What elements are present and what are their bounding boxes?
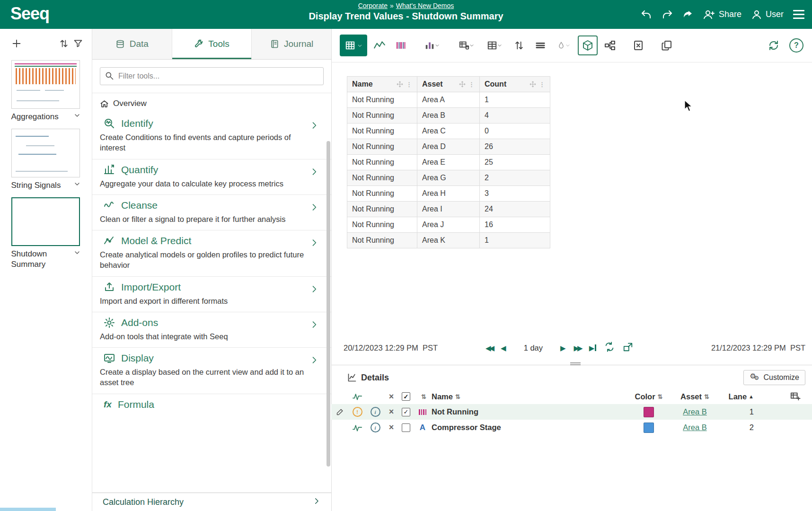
info-icon[interactable]: i [371, 423, 380, 432]
tool-item-import-export[interactable]: Import/Export Import and export in diffe… [92, 277, 331, 312]
share-button[interactable]: Share [703, 9, 741, 20]
details-column-color[interactable]: Color [635, 392, 655, 401]
add-worksheet-button[interactable] [9, 36, 24, 51]
cell-asset: Area H [417, 186, 480, 202]
asset-view-button[interactable] [578, 35, 598, 55]
help-button[interactable]: ? [789, 38, 803, 53]
chevron-down-icon[interactable] [73, 112, 81, 122]
column-menu-icon[interactable]: ⋮ [539, 81, 545, 88]
details-column-asset[interactable]: Asset [680, 392, 702, 401]
tab-journal[interactable]: Journal [252, 29, 331, 59]
select-all-checkbox[interactable]: ✓ [402, 392, 410, 401]
edit-button[interactable] [331, 408, 348, 416]
breadcrumb-corporate[interactable]: Corporate [358, 2, 388, 9]
chevron-down-icon[interactable] [73, 180, 81, 191]
grid-settings-dropdown-button[interactable] [482, 36, 507, 54]
breadcrumb-whats-new-demos[interactable]: What's New Demos [396, 2, 454, 9]
horizontal-scrollbar-thumb[interactable] [0, 508, 56, 511]
info-icon[interactable]: i [371, 407, 380, 417]
sort-icon[interactable]: ⇅ [658, 393, 663, 400]
remove-item-button[interactable]: × [384, 407, 398, 417]
chevron-right-icon [309, 121, 319, 132]
copy-time-range-button[interactable] [623, 342, 633, 354]
tab-data[interactable]: Data [92, 29, 172, 59]
details-row-not-running[interactable]: ! i × ✓ Not Running Area B 1 [331, 404, 812, 420]
color-swatch[interactable] [644, 407, 654, 417]
column-menu-icon[interactable]: ⋮ [468, 81, 475, 88]
range-end[interactable]: 21/12/2023 12:29 PM PST [711, 344, 805, 352]
tool-item-identify[interactable]: Identify Create Conditions to find event… [92, 113, 331, 159]
tool-item-formula[interactable]: fx Formula [92, 394, 331, 416]
details-column-lane[interactable]: Lane [729, 392, 747, 401]
step-to-end-button[interactable]: ▶ [589, 344, 597, 352]
worksheet-thumbnail-string-signals[interactable] [11, 129, 80, 177]
tool-item-quantify[interactable]: Quantify Aggregate your data to calculat… [92, 159, 331, 195]
chevron-down-icon[interactable] [73, 249, 81, 259]
column-menu-icon[interactable]: ⋮ [406, 81, 412, 88]
overview-link[interactable]: Overview [92, 93, 331, 113]
details-column-name[interactable]: Name [432, 392, 453, 401]
move-icon[interactable] [530, 81, 536, 88]
hamburger-menu-button[interactable] [793, 10, 804, 19]
auto-update-button[interactable] [604, 342, 615, 354]
column-header-name[interactable]: Name ⋮ [347, 77, 417, 92]
step-back-fast-button[interactable]: ◀◀ [485, 344, 493, 352]
sort-button[interactable] [510, 36, 528, 54]
remove-all-button[interactable]: × [384, 392, 398, 402]
color-swatch[interactable] [644, 423, 654, 433]
redo-button[interactable] [662, 9, 673, 20]
step-back-button[interactable]: ◀ [501, 344, 506, 352]
table-view-dropdown-button[interactable] [340, 35, 367, 56]
step-forward-button[interactable]: ▶ [560, 344, 566, 352]
item-name[interactable]: Not Running [432, 407, 625, 416]
warning-icon[interactable]: ! [353, 407, 362, 417]
add-column-button[interactable] [758, 391, 812, 402]
item-checkbox[interactable]: ✓ [402, 408, 410, 416]
move-icon[interactable] [397, 81, 403, 88]
customize-button[interactable]: ⚙⚙ Customize [743, 370, 805, 385]
tool-item-model-predict[interactable]: Model & Predict Create analytical models… [92, 230, 331, 277]
move-icon[interactable] [459, 81, 466, 88]
duration-label[interactable]: 1 day [524, 344, 543, 352]
sort-icon[interactable]: ⇅ [704, 393, 709, 400]
column-header-asset[interactable]: Asset ⋮ [417, 77, 480, 92]
calculation-hierarchy-button[interactable]: Calculation Hierarchy [92, 493, 331, 511]
details-row-compressor-stage[interactable]: i × A Compressor Stage Area B 2 [331, 420, 812, 435]
range-start[interactable]: 20/12/2023 12:29 PM PST [344, 344, 438, 352]
remove-item-button[interactable]: × [384, 423, 398, 432]
trend-view-button[interactable] [371, 36, 388, 54]
copy-button[interactable] [658, 36, 676, 54]
asset-link[interactable]: Area B [683, 407, 706, 416]
filter-tools-input[interactable] [100, 67, 324, 85]
forward-share-button[interactable] [682, 9, 694, 20]
undo-button[interactable] [641, 9, 652, 20]
asset-link[interactable]: Area B [683, 423, 706, 432]
condition-format-dropdown-button[interactable] [553, 36, 574, 54]
tool-item-cleanse[interactable]: Cleanse Clean or filter a signal to prep… [92, 195, 331, 230]
tools-scrollbar-thumb[interactable] [327, 141, 330, 467]
chart-view-dropdown-button[interactable] [420, 36, 444, 54]
step-forward-fast-button[interactable]: ▶▶ [574, 344, 581, 352]
tool-item-add-ons[interactable]: Add-ons Add-on tools that integrate with… [92, 312, 331, 348]
worksheet-thumbnail-shutdown-summary[interactable] [11, 197, 80, 246]
column-header-count[interactable]: Count ⋮ [480, 77, 550, 92]
filter-worksheets-button[interactable] [71, 36, 85, 51]
export-excel-button[interactable] [629, 36, 647, 54]
cell-asset: Area E [417, 155, 480, 170]
sort-icon[interactable]: ⇅ [455, 393, 460, 400]
cell-count: 16 [480, 217, 550, 233]
user-menu-button[interactable]: User [751, 9, 784, 20]
tool-item-display[interactable]: Display Create a display based on the cu… [92, 348, 331, 394]
signal-type-column-icon[interactable] [348, 393, 366, 400]
item-checkbox[interactable] [402, 423, 410, 432]
worksheet-thumbnail-aggregations[interactable] [11, 60, 80, 109]
sort-type-icon[interactable]: ⇅ [416, 393, 432, 400]
reorder-worksheets-button[interactable] [57, 36, 71, 51]
table-source-dropdown-button[interactable] [454, 36, 479, 54]
hierarchy-view-button[interactable] [601, 36, 619, 54]
item-name[interactable]: Compressor Stage [432, 423, 625, 432]
refresh-button[interactable] [765, 36, 783, 54]
samples-view-button[interactable] [392, 36, 410, 54]
tab-tools[interactable]: Tools [172, 29, 252, 59]
row-density-button[interactable] [531, 36, 549, 54]
